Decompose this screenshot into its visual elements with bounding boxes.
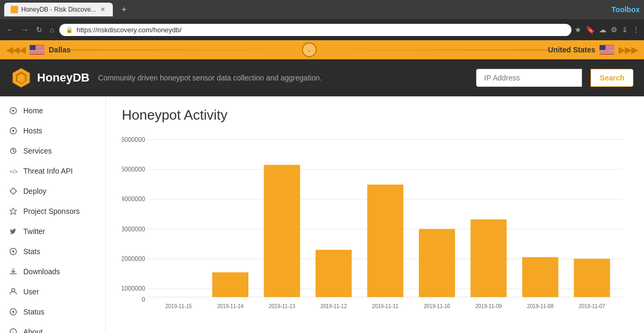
svg-text:2000000: 2000000	[122, 255, 145, 263]
main-layout: Home Hosts Services </> Threat Info API …	[0, 96, 644, 333]
svg-rect-25	[600, 53, 614, 53]
sidebar-item-home[interactable]: Home	[0, 101, 105, 121]
svg-rect-66	[316, 250, 352, 297]
svg-rect-74	[522, 257, 558, 297]
app-header: HoneyDB Community driven honeypot sensor…	[0, 59, 644, 96]
svg-rect-64	[264, 165, 300, 297]
svg-text:4000000: 4000000	[122, 195, 145, 203]
sidebar-item-downloads[interactable]: Downloads	[0, 262, 105, 282]
sidebar-label-status: Status	[23, 308, 44, 316]
sidebar-item-user[interactable]: User	[0, 282, 105, 302]
sidebar-item-status[interactable]: Status	[0, 302, 105, 322]
bookmark-star-icon[interactable]: ★	[575, 25, 582, 34]
svg-rect-68	[367, 185, 403, 298]
deploy-icon	[8, 186, 18, 196]
sidebar-label-hosts: Hosts	[23, 127, 42, 135]
svg-text:2019-11-12: 2019-11-12	[320, 303, 347, 309]
svg-text:5000000: 5000000	[122, 166, 145, 174]
sidebar-label-services: Services	[23, 147, 52, 155]
svg-rect-22	[600, 51, 614, 51]
vpn-right: United States ▶▶▶	[548, 44, 638, 55]
vpn-dropdown-button[interactable]: ⌄	[302, 42, 317, 57]
sidebar-label-downloads: Downloads	[23, 267, 60, 276]
vpn-location-label: Dallas	[49, 46, 70, 54]
svg-point-41	[12, 289, 15, 292]
main-content: Honeypot Activity 6000000 5000000 400000…	[106, 96, 644, 333]
search-input[interactable]	[476, 69, 582, 87]
svg-rect-9	[30, 51, 44, 52]
search-button[interactable]: Search	[591, 69, 633, 87]
svg-rect-7	[30, 50, 44, 51]
bookmark-icon[interactable]: 🔖	[586, 25, 595, 34]
sidebar-label-twitter: Twitter	[23, 227, 45, 236]
svg-rect-76	[574, 259, 610, 297]
svg-point-40	[12, 250, 14, 253]
lock-icon: 🔒	[66, 26, 73, 33]
vpn-arrow-path: ⌄	[70, 42, 548, 57]
sidebar-item-threat-info-api[interactable]: </> Threat Info API	[0, 161, 105, 181]
sync-icon[interactable]: ☁	[599, 25, 606, 34]
svg-rect-62	[212, 272, 248, 297]
sidebar-item-about[interactable]: i About	[0, 322, 105, 333]
svg-text:2019-11-15: 2019-11-15	[165, 303, 192, 309]
reload-button[interactable]: ↻	[34, 23, 44, 36]
sidebar-label-stats: Stats	[23, 247, 40, 256]
url-bar[interactable]: 🔒 https://riskdiscovery.com/honeydb/	[59, 24, 571, 36]
tagline: Community driven honeypot sensor data co…	[98, 74, 468, 82]
sidebar-item-services[interactable]: Services	[0, 141, 105, 161]
svg-rect-8	[30, 51, 44, 51]
svg-text:2019-11-08: 2019-11-08	[527, 303, 553, 309]
svg-rect-13	[30, 45, 35, 50]
url-text: https://riskdiscovery.com/honeydb/	[76, 26, 565, 34]
vpn-left: ◀◀◀ Dallas	[6, 44, 70, 55]
svg-marker-37	[10, 188, 16, 194]
browser-chrome: HoneyDB - Risk Discove... ✕ + Toolbox	[0, 0, 644, 19]
svg-text:i: i	[13, 330, 14, 333]
about-icon: i	[8, 327, 18, 333]
downloads-icon	[8, 267, 18, 276]
new-tab-button[interactable]: +	[117, 3, 130, 16]
sidebar-item-twitter[interactable]: Twitter	[0, 221, 105, 241]
svg-marker-38	[10, 208, 16, 214]
toolbox-label: Toolbox	[612, 5, 640, 14]
tab-close-button[interactable]: ✕	[99, 6, 106, 13]
logo-area: HoneyDB	[11, 67, 90, 88]
sidebar-item-stats[interactable]: Stats	[0, 241, 105, 262]
forward-button[interactable]: →	[19, 23, 31, 36]
favicon	[11, 6, 18, 13]
svg-rect-72	[470, 220, 506, 298]
svg-rect-27	[600, 45, 605, 50]
browser-tab[interactable]: HoneyDB - Risk Discove... ✕	[4, 3, 113, 16]
honeypot-activity-chart: 6000000 5000000 4000000 3000000 2000000 …	[122, 134, 628, 314]
sidebar-item-hosts[interactable]: Hosts	[0, 121, 105, 141]
svg-rect-70	[419, 229, 455, 298]
sidebar-label-deploy: Deploy	[23, 187, 47, 195]
settings-icon[interactable]: ⚙	[611, 25, 618, 34]
sidebar-item-project-sponsors[interactable]: Project Sponsors	[0, 201, 105, 221]
extend-icon[interactable]: ⋮	[632, 25, 640, 34]
svg-point-34	[12, 130, 14, 132]
vpn-dest-flag	[600, 44, 614, 55]
stats-icon	[8, 247, 18, 256]
sidebar: Home Hosts Services </> Threat Info API …	[0, 96, 106, 333]
svg-text:2019-11-14: 2019-11-14	[217, 303, 244, 309]
twitter-icon	[8, 227, 18, 236]
svg-point-43	[12, 311, 14, 313]
vpn-bar: ◀◀◀ Dallas ⌄ United States	[0, 40, 644, 59]
sidebar-label-user: User	[23, 287, 39, 296]
browser-address-bar: ← → ↻ ⌂ 🔒 https://riskdiscovery.com/hone…	[0, 19, 644, 40]
sidebar-label-threat-info: Threat Info API	[23, 167, 73, 175]
services-icon	[8, 146, 18, 156]
sidebar-item-deploy[interactable]: Deploy	[0, 181, 105, 201]
status-icon	[8, 307, 18, 317]
back-button[interactable]: ←	[4, 23, 16, 36]
vpn-arrows-right: ▶▶▶	[619, 45, 638, 55]
download-arrow-icon[interactable]: ⇓	[622, 25, 628, 34]
chart-svg: 6000000 5000000 4000000 3000000 2000000 …	[122, 134, 628, 314]
home-browser-button[interactable]: ⌂	[48, 23, 56, 36]
project-sponsors-icon	[8, 206, 18, 216]
hosts-icon	[8, 126, 18, 136]
svg-text:0: 0	[141, 295, 145, 303]
page-title: Honeypot Activity	[122, 107, 628, 123]
home-icon	[8, 106, 18, 115]
